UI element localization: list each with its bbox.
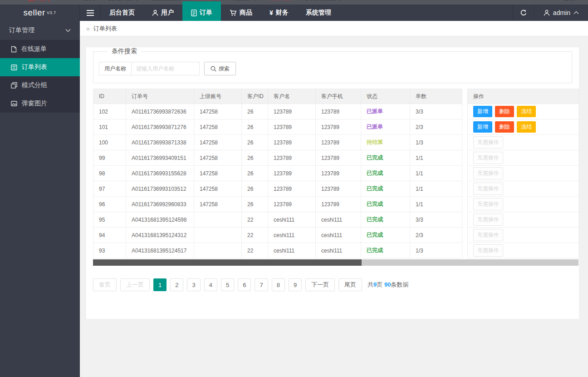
column-gap (462, 166, 468, 181)
nav-item-system[interactable]: 系统管理 (297, 5, 340, 21)
cell-order-no: A04131681395124517 (126, 243, 194, 258)
nav-item-dashboard[interactable]: 后台首页 (101, 5, 143, 21)
nav-item-orders[interactable]: 订单 (182, 5, 221, 21)
status-badge: 已完成 (367, 247, 383, 253)
page-button-6[interactable]: 6 (238, 278, 251, 291)
page-button-7[interactable]: 7 (255, 278, 268, 291)
table-row: 93A0413168139512451722ceshi111ceshi111已完… (93, 243, 579, 258)
cell-status: 已完成 (361, 150, 410, 166)
page-title: 订单列表 (93, 25, 117, 33)
first-page-button[interactable]: 首页 (93, 278, 117, 291)
refresh-button[interactable] (513, 5, 534, 21)
cell-customer-name: 123789 (268, 135, 316, 150)
last-page-button[interactable]: 尾页 (338, 278, 362, 291)
top-navbar: sellerV3.7 后台首页 用户 订单 (0, 5, 588, 21)
add-button[interactable]: 新增 (473, 106, 492, 117)
next-page-button[interactable]: 下一页 (305, 278, 335, 291)
horizontal-scrollbar[interactable] (93, 259, 578, 266)
cell-actions: 无需操作 (468, 181, 579, 197)
table-row: 101A011617369938712761472582612378912378… (93, 119, 579, 135)
cell-customer-name: 123789 (268, 197, 316, 212)
username-field-label: 用户名称 (99, 62, 132, 75)
nav-item-users[interactable]: 用户 (143, 5, 182, 21)
add-button[interactable]: 新增 (473, 121, 492, 133)
col-header-customer-name: 客户名 (268, 89, 316, 104)
sidebar-item-order-list[interactable]: 订单列表 (0, 58, 80, 76)
status-badge: 已完成 (367, 216, 383, 223)
content-card: 条件搜索 用户名称 搜索 (86, 47, 579, 319)
page-button-9[interactable]: 9 (289, 278, 302, 291)
sidebar-item-online-dispatch[interactable]: 在线派单 (0, 40, 80, 58)
freeze-button[interactable]: 冻结 (517, 106, 536, 117)
delete-button[interactable]: 删除 (495, 121, 514, 133)
page-button-3[interactable]: 3 (187, 278, 200, 291)
cell-order-no: A01161736993871276 (126, 119, 194, 135)
refresh-icon (520, 9, 527, 16)
page-button-5[interactable]: 5 (221, 278, 234, 291)
status-badge: 已派单 (367, 124, 383, 130)
nav-item-finance[interactable]: ¥ 财务 (261, 5, 297, 21)
page-button-4[interactable]: 4 (204, 278, 217, 291)
cell-customer-name: 123789 (268, 119, 316, 135)
sidebar-item-popup-images[interactable]: 弹窗图片 (0, 94, 80, 113)
search-button[interactable]: 搜索 (204, 62, 236, 75)
clipped-nav-item: 微盘微交易 (152, 0, 181, 2)
clipped-nav-item: 精品源码 (232, 0, 255, 2)
cell-actions: 无需操作 (468, 135, 579, 150)
page-button-2[interactable]: 2 (170, 278, 183, 291)
nav-label: 后台首页 (109, 9, 135, 17)
cell-status: 已完成 (361, 243, 410, 258)
username-search-input[interactable] (132, 62, 200, 75)
summary-text: 共 (368, 281, 373, 288)
summary-text: 页 (377, 281, 384, 288)
delete-button[interactable]: 删除 (495, 106, 514, 117)
cell-status: 已完成 (361, 212, 410, 228)
breadcrumb: » 订单列表 (80, 21, 588, 36)
cell-customer-id: 26 (242, 119, 268, 135)
cell-parent-account: 147258 (194, 181, 242, 197)
sidebar-group-order-management[interactable]: 订单管理 (0, 21, 80, 40)
search-row: 用户名称 搜索 (99, 62, 566, 75)
nav-right: admin (513, 5, 588, 21)
page-button-8[interactable]: 8 (272, 278, 285, 291)
cell-customer-name: 123789 (268, 181, 316, 197)
cell-count: 1/3 (410, 243, 462, 258)
cell-customer-name: ceshi111 (268, 228, 316, 243)
cell-parent-account (194, 243, 242, 258)
no-action-button: 无需操作 (473, 213, 503, 226)
nav-label: 用户 (161, 9, 174, 17)
chevron-down-icon (65, 29, 71, 32)
cell-id: 101 (93, 119, 126, 135)
cell-status: 已完成 (361, 197, 410, 212)
cell-customer-phone: 123789 (316, 135, 361, 150)
cell-customer-name: 123789 (268, 104, 316, 119)
freeze-button[interactable]: 冻结 (517, 121, 536, 133)
nav-item-products[interactable]: 商品 (221, 5, 261, 21)
table-header-row: ID 订单号 上级账号 客户ID 客户名 客户手机 状态 单数 操作 (93, 89, 579, 104)
nav-label: 商品 (240, 9, 252, 17)
hamburger-icon (87, 10, 94, 16)
page-button-1[interactable]: 1 (153, 278, 167, 291)
order-table-body: 102A011617369938726361472582612378912378… (93, 104, 579, 258)
cell-actions: 新增删除冻结 (468, 104, 579, 119)
column-gap (462, 135, 468, 150)
clipped-search-icon: ⌕ (542, 0, 545, 3)
user-menu[interactable]: admin (534, 5, 588, 21)
sidebar-item-mode-groups[interactable]: 模式分组 (0, 76, 80, 94)
cell-status: 待结算 (361, 135, 410, 150)
col-header-parent-account: 上级账号 (194, 89, 242, 104)
table-row: 99A0116173699340915114725826123789123789… (93, 150, 579, 166)
prev-page-button[interactable]: 上一页 (120, 278, 150, 291)
cell-customer-id: 26 (242, 197, 268, 212)
scrollbar-thumb[interactable] (93, 259, 362, 266)
cell-customer-id: 26 (242, 150, 268, 166)
col-header-count: 单数 (410, 89, 462, 104)
cell-order-no: A04131681395124598 (126, 212, 194, 228)
col-header-actions: 操作 (468, 89, 579, 104)
cell-actions: 无需操作 (468, 166, 579, 181)
cell-customer-phone: 123789 (316, 166, 361, 181)
sidebar-toggle-button[interactable] (80, 5, 101, 21)
table-row: 95A0413168139512459822ceshi111ceshi111已完… (93, 212, 579, 228)
col-header-customer-id: 客户ID (242, 89, 268, 104)
status-badge: 已完成 (367, 185, 383, 192)
